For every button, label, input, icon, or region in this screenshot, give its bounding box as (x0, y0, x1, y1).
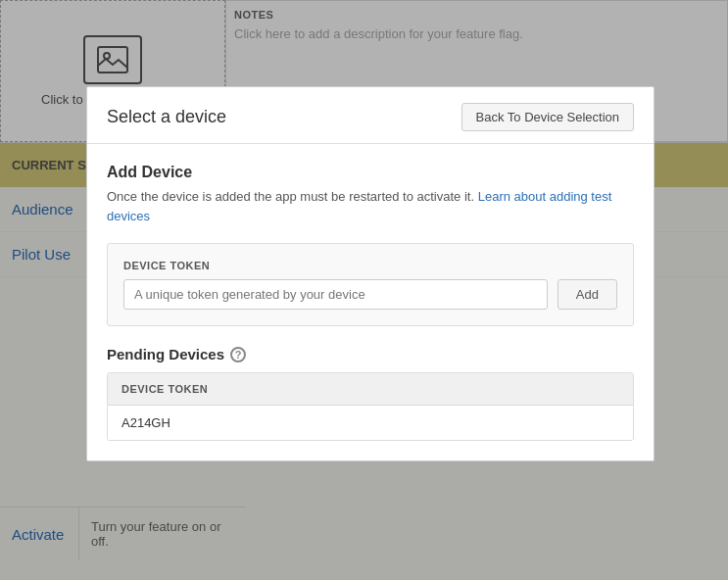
pending-devices-title: Pending Devices ? (107, 346, 634, 362)
token-section: DEVICE TOKEN Add (107, 243, 634, 326)
add-device-description: Once the device is added the app must be… (107, 187, 634, 225)
pending-devices-table: DEVICE TOKEN A214GH (107, 372, 634, 441)
pending-table-header: DEVICE TOKEN (108, 373, 633, 406)
add-device-button[interactable]: Add (558, 279, 617, 310)
back-to-device-selection-button[interactable]: Back To Device Selection (461, 103, 634, 131)
device-token-label: DEVICE TOKEN (123, 260, 617, 271)
modal-body: Add Device Once the device is added the … (87, 144, 654, 460)
pending-devices-help-icon[interactable]: ? (230, 347, 246, 362)
modal-title: Select a device (107, 107, 226, 127)
add-device-title: Add Device (107, 164, 634, 181)
token-input-row: Add (123, 279, 617, 310)
modal-header: Select a device Back To Device Selection (87, 87, 654, 144)
device-token-input[interactable] (123, 279, 548, 310)
table-row: A214GH (108, 406, 633, 440)
select-device-modal: Select a device Back To Device Selection… (86, 86, 655, 461)
